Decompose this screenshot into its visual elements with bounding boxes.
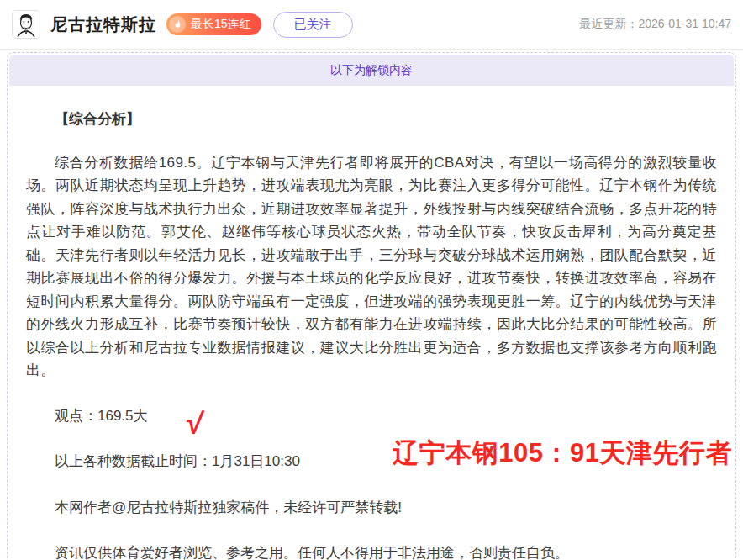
- last-updated-time: 最近更新：2026-01-31 10:47: [579, 17, 731, 32]
- viewpoint-text: 观点：169.5大: [55, 408, 148, 424]
- streak-badge-label: 最长15连红: [191, 17, 251, 32]
- author-avatar[interactable]: [12, 10, 40, 39]
- viewpoint-row: 观点：169.5大√: [26, 404, 717, 428]
- analysis-article: 【综合分析】 综合分析数据给169.5。辽宁本钢与天津先行者即将展开的CBA对决…: [8, 108, 735, 560]
- analysis-paragraph: 综合分析数据给169.5。辽宁本钢与天津先行者即将展开的CBA对决，有望以一场高…: [26, 151, 717, 383]
- streak-badge: 最长15连红: [166, 13, 261, 35]
- score-highlight: 辽宁本钢105：91天津先行者: [393, 436, 732, 471]
- tesla-portrait-icon: [13, 11, 40, 38]
- copyright-notice: 本网作者@尼古拉特斯拉独家稿件，未经许可严禁转载!: [26, 496, 717, 520]
- red-checkmark-icon: √: [158, 420, 203, 425]
- followed-button[interactable]: 已关注: [273, 12, 353, 38]
- author-name: 尼古拉特斯拉: [50, 13, 156, 36]
- unlock-banner: 以下为解锁内容: [9, 55, 734, 86]
- disclaimer-text: 资讯仅供体育爱好者浏览、参考之用。任何人不得用于非法用途，否则责任自负。: [26, 542, 717, 560]
- analysis-heading: 【综合分析】: [26, 108, 717, 131]
- author-header: 尼古拉特斯拉 最长15连红 已关注 最近更新：2026-01-31 10:47: [0, 0, 743, 50]
- unlocked-content-box: 以下为解锁内容 【综合分析】 综合分析数据给169.5。辽宁本钢与天津先行者即将…: [7, 52, 736, 560]
- flame-icon: [169, 16, 186, 33]
